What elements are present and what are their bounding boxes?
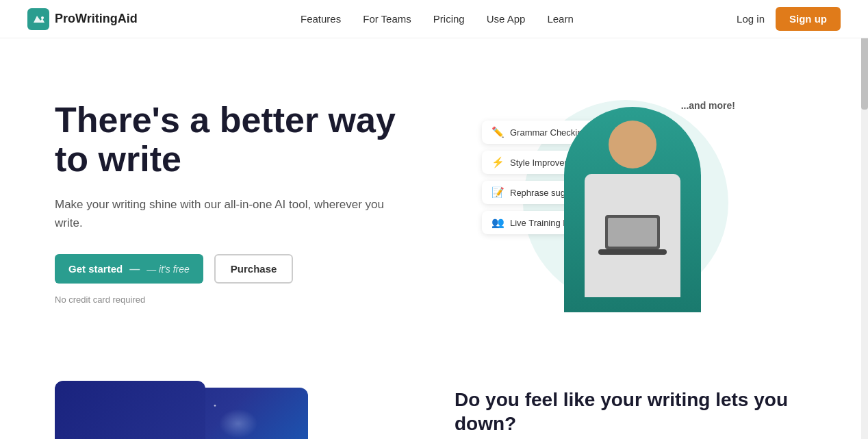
- no-credit-card-text: No credit card required: [55, 294, 411, 305]
- hero-right: ...and more! ✏️ Grammar Checking ⚡ Style…: [411, 79, 813, 326]
- second-section: My idea in my head Do you feel like your…: [0, 353, 868, 439]
- nav-links: Features For Teams Pricing Use App Learn: [301, 13, 574, 25]
- rephrase-icon: 📝: [492, 186, 505, 199]
- section-right: Do you feel like your writing lets you d…: [455, 381, 813, 439]
- hero-buttons: Get started — — it's free Purchase: [55, 254, 411, 284]
- page-scrollbar[interactable]: [861, 0, 868, 439]
- hero-person: [564, 107, 701, 312]
- navbar: ProWritingAid Features For Teams Pricing…: [0, 0, 868, 38]
- person-head: [609, 121, 656, 168]
- svg-rect-2: [608, 218, 657, 247]
- nav-actions: Log in Sign up: [737, 7, 841, 31]
- person-body: [585, 174, 680, 297]
- svg-rect-3: [598, 249, 667, 255]
- nav-learn[interactable]: Learn: [547, 13, 573, 25]
- grammar-icon: ✏️: [492, 126, 505, 138]
- svg-point-0: [41, 16, 44, 19]
- style-icon: ⚡: [492, 156, 505, 168]
- nav-features[interactable]: Features: [301, 13, 341, 25]
- purchase-button[interactable]: Purchase: [214, 254, 294, 284]
- logo-icon: [27, 8, 49, 30]
- login-button[interactable]: Log in: [737, 13, 765, 25]
- nav-for-teams[interactable]: For Teams: [363, 13, 411, 25]
- logo[interactable]: ProWritingAid: [27, 8, 138, 30]
- hero-left: There's a better way to write Make your …: [55, 101, 411, 305]
- more-label: ...and more!: [681, 100, 735, 111]
- get-started-button[interactable]: Get started — — it's free: [55, 254, 203, 284]
- image-stack: My idea in my head: [55, 381, 413, 439]
- nav-pricing[interactable]: Pricing: [433, 13, 465, 25]
- front-starry-pattern: [55, 381, 205, 439]
- hero-subtitle: Make your writing shine with our all-in-…: [55, 195, 411, 232]
- signup-button[interactable]: Sign up: [776, 7, 841, 31]
- training-icon: 👥: [492, 216, 505, 229]
- hero-illustration: ...and more! ✏️ Grammar Checking ⚡ Style…: [482, 93, 742, 312]
- front-image-card: [55, 381, 205, 439]
- nav-use-app[interactable]: Use App: [487, 13, 526, 25]
- hero-title: There's a better way to write: [55, 101, 411, 179]
- logo-text: ProWritingAid: [55, 12, 138, 26]
- hero-section: There's a better way to write Make your …: [0, 38, 868, 353]
- section-title: Do you feel like your writing lets you d…: [455, 388, 813, 436]
